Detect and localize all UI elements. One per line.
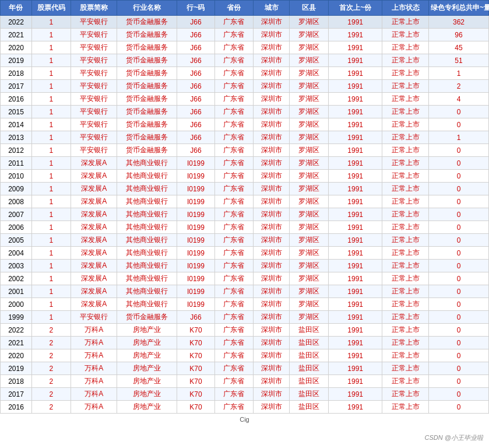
table-cell-17-0: 2005 (1, 234, 32, 247)
table-cell-25-5: 广东省 (214, 337, 254, 349)
table-cell-23-6: 深圳市 (254, 311, 290, 324)
table-cell-23-9: 正常上市 (382, 311, 429, 324)
table-cell-17-10: 0 (429, 234, 489, 247)
table-cell-4-6: 深圳市 (254, 67, 290, 80)
table-cell-5-4: J66 (177, 80, 214, 93)
table-cell-18-6: 深圳市 (254, 247, 290, 260)
table-row: 20171平安银行货币金融服务J66广东省深圳市罗湖区1991正常上市2 (1, 80, 489, 93)
table-cell-17-9: 正常上市 (382, 234, 429, 247)
table-cell-9-7: 罗湖区 (290, 131, 329, 144)
table-cell-17-2: 深发展A (71, 234, 117, 247)
table-cell-3-3: 货币金融服务 (117, 54, 177, 67)
table-cell-22-8: 1991 (328, 298, 382, 311)
table-row: 20001深发展A其他商业银行I0199广东省深圳市罗湖区1991正常上市0 (1, 298, 489, 311)
table-cell-17-6: 深圳市 (254, 234, 290, 247)
table-cell-21-7: 罗湖区 (290, 285, 329, 298)
table-cell-1-4: J66 (177, 29, 214, 41)
table-cell-28-10: 0 (429, 375, 489, 388)
table-cell-3-10: 51 (429, 54, 489, 67)
table-cell-23-0: 1999 (1, 311, 32, 324)
table-cell-12-9: 正常上市 (382, 170, 429, 183)
table-row: 20162万科A房地产业K70广东省深圳市盐田区1991正常上市0 (1, 401, 489, 414)
table-cell-20-6: 深圳市 (254, 272, 290, 285)
table-cell-8-9: 正常上市 (382, 118, 429, 131)
table-cell-9-4: J66 (177, 131, 214, 144)
table-cell-12-4: I0199 (177, 170, 214, 183)
table-cell-10-10: 0 (429, 144, 489, 157)
table-cell-14-8: 1991 (328, 195, 382, 208)
table-cell-30-4: K70 (177, 401, 214, 414)
table-cell-5-6: 深圳市 (254, 80, 290, 93)
table-cell-17-3: 其他商业银行 (117, 234, 177, 247)
table-row: 20182万科A房地产业K70广东省深圳市盐田区1991正常上市0 (1, 375, 489, 388)
table-cell-9-1: 1 (31, 131, 71, 144)
table-cell-16-10: 0 (429, 221, 489, 234)
table-cell-4-5: 广东省 (214, 67, 254, 80)
table-cell-10-8: 1991 (328, 144, 382, 157)
table-cell-29-6: 深圳市 (254, 388, 290, 401)
table-cell-25-3: 房地产业 (117, 337, 177, 349)
table-cell-0-5: 广东省 (214, 16, 254, 29)
table-row: 20051深发展A其他商业银行I0199广东省深圳市罗湖区1991正常上市0 (1, 234, 489, 247)
table-cell-30-2: 万科A (71, 401, 117, 414)
table-cell-6-1: 1 (31, 93, 71, 106)
table-cell-11-2: 深发展A (71, 157, 117, 170)
table-cell-16-1: 1 (31, 221, 71, 234)
table-cell-2-3: 货币金融服务 (117, 41, 177, 54)
table-cell-14-6: 深圳市 (254, 195, 290, 208)
table-cell-2-1: 1 (31, 41, 71, 54)
table-cell-3-1: 1 (31, 54, 71, 67)
table-cell-13-2: 深发展A (71, 183, 117, 195)
table-cell-18-9: 正常上市 (382, 247, 429, 260)
table-cell-27-2: 万科A (71, 362, 117, 375)
table-cell-1-1: 1 (31, 29, 71, 41)
table-cell-26-10: 0 (429, 349, 489, 362)
table-cell-12-3: 其他商业银行 (117, 170, 177, 183)
table-cell-3-2: 平安银行 (71, 54, 117, 67)
table-cell-18-0: 2004 (1, 247, 32, 260)
table-cell-16-8: 1991 (328, 221, 382, 234)
table-cell-27-3: 房地产业 (117, 362, 177, 375)
table-cell-11-4: I0199 (177, 157, 214, 170)
table-cell-13-10: 0 (429, 183, 489, 195)
table-cell-17-8: 1991 (328, 234, 382, 247)
table-cell-6-3: 货币金融服务 (117, 93, 177, 106)
table-cell-4-1: 1 (31, 67, 71, 80)
table-cell-22-7: 罗湖区 (290, 298, 329, 311)
table-cell-4-10: 1 (429, 67, 489, 80)
table-cell-22-4: I0199 (177, 298, 214, 311)
main-container: 年份股票代码股票简称行业名称行~码省份城市区县首次上~份上市状态绿色专利总共申~… (0, 0, 489, 425)
table-row: 19991平安银行货币金融服务J66广东省深圳市罗湖区1991正常上市0 (1, 311, 489, 324)
table-cell-24-0: 2022 (1, 324, 32, 337)
table-cell-2-2: 平安银行 (71, 41, 117, 54)
table-cell-24-6: 深圳市 (254, 324, 290, 337)
table-cell-10-5: 广东省 (214, 144, 254, 157)
footer-note: Cig (0, 414, 489, 425)
table-cell-22-0: 2000 (1, 298, 32, 311)
table-cell-9-10: 1 (429, 131, 489, 144)
table-cell-12-1: 1 (31, 170, 71, 183)
table-cell-15-3: 其他商业银行 (117, 208, 177, 221)
table-row: 20031深发展A其他商业银行I0199广东省深圳市罗湖区1991正常上市0 (1, 260, 489, 272)
table-cell-12-8: 1991 (328, 170, 382, 183)
table-cell-29-5: 广东省 (214, 388, 254, 401)
table-cell-27-0: 2019 (1, 362, 32, 375)
table-cell-16-3: 其他商业银行 (117, 221, 177, 234)
table-row: 20091深发展A其他商业银行I0199广东省深圳市罗湖区1991正常上市0 (1, 183, 489, 195)
table-cell-29-0: 2017 (1, 388, 32, 401)
table-cell-29-4: K70 (177, 388, 214, 401)
table-cell-23-8: 1991 (328, 311, 382, 324)
table-cell-6-5: 广东省 (214, 93, 254, 106)
table-cell-14-3: 其他商业银行 (117, 195, 177, 208)
table-cell-15-5: 广东省 (214, 208, 254, 221)
table-cell-19-5: 广东省 (214, 260, 254, 272)
table-cell-10-4: J66 (177, 144, 214, 157)
table-cell-8-3: 货币金融服务 (117, 118, 177, 131)
table-cell-8-0: 2014 (1, 118, 32, 131)
table-cell-19-7: 罗湖区 (290, 260, 329, 272)
table-cell-0-2: 平安银行 (71, 16, 117, 29)
table-cell-29-9: 正常上市 (382, 388, 429, 401)
table-cell-1-2: 平安银行 (71, 29, 117, 41)
table-cell-19-3: 其他商业银行 (117, 260, 177, 272)
table-cell-20-1: 1 (31, 272, 71, 285)
